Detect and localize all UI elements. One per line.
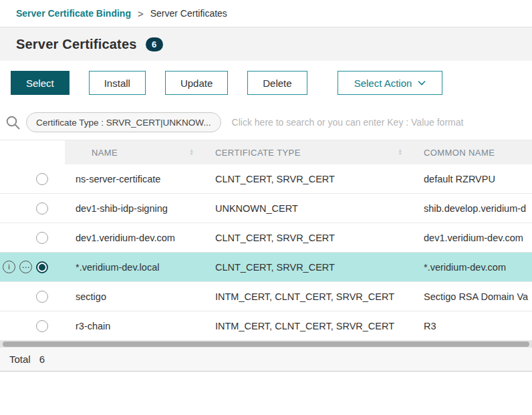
total-value: 6 xyxy=(39,354,45,365)
server-certificates-page: Server Certificate Binding > Server Cert… xyxy=(0,0,532,372)
row-certificate-type: INTM_CERT, CLNT_CERT, SRVR_CERT xyxy=(201,291,409,302)
row-name: r3-chain xyxy=(65,321,201,331)
column-label-certificate-type: CERTIFICATE TYPE xyxy=(215,148,301,158)
row-gutter xyxy=(0,164,65,193)
update-button[interactable]: Update xyxy=(165,71,228,95)
row-gutter xyxy=(0,311,65,340)
horizontal-scrollbar[interactable] xyxy=(0,341,532,348)
row-radio[interactable] xyxy=(36,232,48,244)
toolbar: Select Install Update Delete Select Acti… xyxy=(0,61,532,105)
delete-button[interactable]: Delete xyxy=(247,71,307,95)
scrollbar-thumb[interactable] xyxy=(3,341,529,347)
row-name: *.veridium-dev.local xyxy=(65,262,201,273)
column-header-certificate-type[interactable]: CERTIFICATE TYPE ▲▼ xyxy=(201,140,409,164)
row-common-name: default RZRVPU xyxy=(409,174,532,184)
search-bar: Certificate Type : SRVR_CERT|UNKNOW... C… xyxy=(0,105,532,140)
table-header: NAME ▲▼ CERTIFICATE TYPE ▲▼ COMMON NAME xyxy=(0,140,532,164)
total-bar: Total 6 xyxy=(0,348,532,372)
row-radio[interactable] xyxy=(36,202,48,215)
row-name: dev1-shib-idp-signing xyxy=(65,203,201,214)
row-radio[interactable] xyxy=(36,291,48,303)
filter-chip-certificate-type[interactable]: Certificate Type : SRVR_CERT|UNKNOW... xyxy=(26,112,221,132)
row-name: dev1.veridium-dev.com xyxy=(65,233,201,243)
breadcrumb: Server Certificate Binding > Server Cert… xyxy=(0,0,532,27)
table-row[interactable]: r3-chain INTM_CERT, CLNT_CERT, SRVR_CERT… xyxy=(0,311,532,341)
row-gutter xyxy=(0,282,65,311)
row-certificate-type: CLNT_CERT, SRVR_CERT xyxy=(201,174,409,184)
row-certificate-type: CLNT_CERT, SRVR_CERT xyxy=(201,233,409,243)
column-label-name: NAME xyxy=(92,148,118,158)
table-row[interactable]: dev1.veridium-dev.com CLNT_CERT, SRVR_CE… xyxy=(0,223,532,253)
info-icon[interactable]: i xyxy=(3,261,15,273)
breadcrumb-link-server-certificate-binding[interactable]: Server Certificate Binding xyxy=(16,8,131,19)
page-title: Server Certificates xyxy=(16,37,137,52)
table-row[interactable]: dev1-shib-idp-signing UNKNOWN_CERT shib.… xyxy=(0,194,532,223)
header-gutter-cell xyxy=(0,140,65,164)
row-common-name: Sectigo RSA Domain Va xyxy=(409,291,532,302)
row-name: sectigo xyxy=(65,291,201,302)
sort-icon[interactable]: ▲▼ xyxy=(398,149,402,156)
column-header-common-name[interactable]: COMMON NAME xyxy=(409,140,532,164)
row-certificate-type: UNKNOWN_CERT xyxy=(201,203,409,214)
table-row[interactable]: i ⋯ *.veridium-dev.local CLNT_CERT, SRVR… xyxy=(0,253,532,282)
count-badge: 6 xyxy=(146,37,163,51)
sort-desc-icon: ▼ xyxy=(398,152,402,156)
select-action-label: Select Action xyxy=(354,78,412,89)
search-icon xyxy=(5,115,21,130)
row-radio[interactable] xyxy=(36,320,48,332)
install-button[interactable]: Install xyxy=(89,71,146,95)
ellipsis-menu-icon[interactable]: ⋯ xyxy=(19,261,32,273)
row-certificate-type: CLNT_CERT, SRVR_CERT xyxy=(201,262,409,273)
column-header-name[interactable]: NAME ▲▼ xyxy=(65,140,201,164)
column-label-common-name: COMMON NAME xyxy=(424,148,495,158)
table-body: ns-server-certificate CLNT_CERT, SRVR_CE… xyxy=(0,164,532,341)
row-name: ns-server-certificate xyxy=(65,174,201,184)
row-common-name: shib.develop.veridium-d xyxy=(409,203,532,214)
breadcrumb-current: Server Certificates xyxy=(150,8,227,19)
row-common-name: *.veridium-dev.com xyxy=(409,262,532,273)
row-gutter xyxy=(0,223,65,252)
select-button[interactable]: Select xyxy=(11,71,70,95)
row-common-name: R3 xyxy=(409,321,532,331)
page-title-bar: Server Certificates 6 xyxy=(0,27,532,61)
row-common-name: dev1.veridium-dev.com xyxy=(409,233,532,243)
row-radio[interactable] xyxy=(36,261,48,273)
search-input[interactable]: Click here to search or you can enter Ke… xyxy=(232,117,464,128)
breadcrumb-separator-icon: > xyxy=(138,8,144,19)
row-radio[interactable] xyxy=(36,173,48,185)
chevron-down-icon xyxy=(418,80,426,86)
select-action-dropdown[interactable]: Select Action xyxy=(338,71,443,95)
row-certificate-type: INTM_CERT, CLNT_CERT, SRVR_CERT xyxy=(201,321,409,331)
row-gutter xyxy=(0,194,65,223)
sort-desc-icon: ▼ xyxy=(190,152,194,156)
total-label: Total xyxy=(9,354,31,365)
table-row[interactable]: sectigo INTM_CERT, CLNT_CERT, SRVR_CERT … xyxy=(0,282,532,311)
sort-icon[interactable]: ▲▼ xyxy=(190,149,194,156)
table-row[interactable]: ns-server-certificate CLNT_CERT, SRVR_CE… xyxy=(0,164,532,194)
row-gutter: i ⋯ xyxy=(0,253,65,281)
